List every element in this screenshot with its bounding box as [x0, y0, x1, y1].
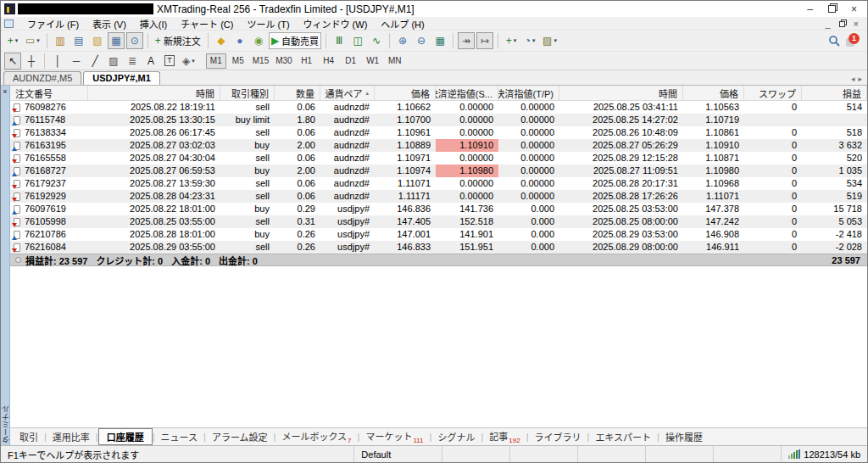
- signals-button[interactable]: ◉: [250, 32, 267, 49]
- timeframe-m30[interactable]: M30: [273, 53, 294, 69]
- terminal-tab-5[interactable]: アラーム設定: [206, 429, 274, 444]
- column-header-close-time[interactable]: 時間: [559, 86, 683, 100]
- metaeditor-button[interactable]: ◆: [213, 32, 230, 49]
- candlestick-button[interactable]: ◫: [349, 32, 366, 49]
- terminal-tab-6[interactable]: メールボックス7: [275, 428, 357, 445]
- terminal-tab-3[interactable]: 口座履歴: [98, 428, 153, 445]
- timeframe-m15[interactable]: M15: [250, 53, 271, 69]
- column-header-open-price[interactable]: 価格: [375, 86, 436, 100]
- child-window-icon[interactable]: [4, 20, 14, 28]
- chart-tab[interactable]: AUDNZD#,M5: [3, 71, 81, 85]
- navigator-button[interactable]: ▤: [70, 32, 87, 49]
- terminal-tab-10[interactable]: ライブラリ: [529, 429, 587, 444]
- terminal-tab-12[interactable]: 操作履歴: [659, 429, 709, 444]
- terminal-tab-2[interactable]: 運用比率: [47, 429, 96, 444]
- table-row[interactable]: 762160842025.08.29 03:55:00sell0.26usdjp…: [10, 241, 867, 254]
- terminal-button[interactable]: ▦: [108, 32, 125, 49]
- data-window-button[interactable]: ▧: [89, 32, 106, 49]
- table-row[interactable]: 761059982025.08.25 03:55:00sell0.31usdjp…: [10, 215, 867, 228]
- table-row[interactable]: 761929292025.08.28 04:23:31sell0.06audnz…: [10, 190, 867, 203]
- table-row[interactable]: 761383342025.08.26 06:17:45sell0.06audnz…: [10, 126, 867, 139]
- bar-chart-button[interactable]: Ⅲ: [331, 32, 348, 49]
- table-row[interactable]: 761792372025.08.27 13:59:30sell0.06audnz…: [10, 177, 867, 190]
- arrows-button[interactable]: ◈▾: [180, 53, 198, 70]
- timeframe-h1[interactable]: H1: [297, 53, 317, 69]
- restore-button[interactable]: [828, 3, 836, 15]
- fibonacci-button[interactable]: ≣: [124, 53, 141, 70]
- terminal-tab-1[interactable]: 取引: [14, 429, 44, 444]
- child-close-button[interactable]: ×: [854, 19, 859, 29]
- column-header-swap[interactable]: スワップ: [744, 86, 802, 100]
- child-restore-button[interactable]: [839, 19, 845, 29]
- terminal-tab-7[interactable]: マーケット111: [359, 428, 429, 445]
- new-order-button[interactable]: +新規注文: [153, 32, 203, 49]
- column-header-sl[interactable]: 決済逆指値(S...: [436, 86, 498, 100]
- line-chart-button[interactable]: ∿: [368, 32, 385, 49]
- column-header-order[interactable]: 注文番号: [10, 86, 88, 100]
- menu-item[interactable]: 表示 (V): [86, 17, 133, 31]
- cursor-button[interactable]: ↖: [4, 53, 21, 70]
- menu-item[interactable]: ツール (T): [240, 17, 296, 31]
- timeframe-w1[interactable]: W1: [363, 53, 383, 69]
- templates-button[interactable]: ▨▾: [540, 32, 559, 49]
- minimize-button[interactable]: –: [807, 3, 813, 15]
- periods-button[interactable]: ◔▾: [521, 32, 538, 49]
- notifications-button[interactable]: 1: [846, 35, 860, 47]
- tile-windows-button[interactable]: ▦: [431, 32, 448, 49]
- menu-item[interactable]: 挿入(I): [133, 17, 174, 31]
- trendline-button[interactable]: ╱: [86, 53, 103, 70]
- terminal-close-icon[interactable]: ×: [3, 87, 7, 96]
- menu-item[interactable]: ヘルプ (H): [374, 17, 431, 31]
- auto-trading-button[interactable]: ▶自動売買: [269, 32, 321, 49]
- table-row[interactable]: 761157482025.08.25 13:30:15buy limit1.80…: [10, 114, 867, 126]
- menu-item[interactable]: ファイル (F): [20, 17, 86, 31]
- menu-item[interactable]: チャート (C): [174, 17, 240, 31]
- table-row[interactable]: 762107862025.08.28 18:01:00buy0.26usdjpy…: [10, 228, 867, 241]
- column-header-open-time[interactable]: 時間: [88, 86, 220, 100]
- table-row[interactable]: 761631952025.08.27 03:02:03buy2.00audnzd…: [10, 139, 867, 152]
- terminal-tab-9[interactable]: 記事192: [483, 428, 526, 445]
- table-row[interactable]: 760976192025.08.22 18:01:00buy0.29usdjpy…: [10, 203, 867, 215]
- chart-tab[interactable]: USDJPY#,M1: [83, 71, 159, 85]
- zoom-in-button[interactable]: ⊕: [394, 32, 411, 49]
- table-row[interactable]: 760982762025.08.22 18:19:11sell0.06audnz…: [10, 101, 867, 114]
- column-header-close-price[interactable]: 価格: [683, 86, 744, 100]
- strategy-tester-button[interactable]: ⊙: [126, 32, 143, 49]
- timeframe-d1[interactable]: D1: [341, 53, 361, 69]
- column-header-tp[interactable]: 決済指値(T/P): [498, 86, 559, 100]
- text-label-button[interactable]: T: [161, 53, 178, 70]
- timeframe-m5[interactable]: M5: [228, 53, 248, 69]
- tab-scroll-left-icon[interactable]: ◂: [851, 75, 855, 83]
- menu-item[interactable]: ウィンドウ (W): [297, 17, 375, 31]
- status-profile[interactable]: Default: [354, 446, 442, 462]
- horizontal-line-button[interactable]: ─: [68, 53, 85, 70]
- terminal-tab-8[interactable]: シグナル: [431, 429, 481, 444]
- new-chart-button[interactable]: +▾: [4, 32, 21, 49]
- column-header-profit[interactable]: 損益: [802, 86, 867, 100]
- tab-scroll-right-icon[interactable]: ▸: [858, 75, 862, 83]
- column-header-type[interactable]: 取引種別: [220, 86, 275, 100]
- profiles-button[interactable]: ▭▾: [23, 32, 42, 49]
- zoom-out-button[interactable]: ⊖: [413, 32, 430, 49]
- close-button[interactable]: ×: [851, 3, 857, 15]
- timeframe-h4[interactable]: H4: [319, 53, 339, 69]
- vertical-line-button[interactable]: │: [49, 53, 66, 70]
- search-icon[interactable]: [828, 35, 841, 47]
- column-header-symbol[interactable]: 通貨ペア▴: [320, 86, 375, 100]
- equidistant-channel-button[interactable]: ▨: [105, 53, 122, 70]
- auto-scroll-button[interactable]: ↠: [458, 32, 475, 49]
- market-watch-button[interactable]: ▥: [52, 32, 69, 49]
- text-button[interactable]: A: [142, 53, 159, 70]
- table-row[interactable]: 761687272025.08.27 06:59:53buy2.00audnzd…: [10, 165, 867, 177]
- terminal-tab-4[interactable]: ニュース: [155, 429, 203, 444]
- community-button[interactable]: ●: [231, 32, 248, 49]
- terminal-tab-11[interactable]: エキスパート: [589, 429, 657, 444]
- indicators-button[interactable]: +▾: [503, 32, 520, 49]
- timeframe-m1[interactable]: M1: [206, 53, 226, 69]
- table-row[interactable]: 761655582025.08.27 04:30:04sell0.06audnz…: [10, 152, 867, 165]
- crosshair-button[interactable]: ┼: [23, 53, 40, 70]
- chart-shift-button[interactable]: ↦: [476, 32, 493, 49]
- column-header-volume[interactable]: 数量: [275, 86, 320, 100]
- child-minimize-button[interactable]: _: [825, 19, 830, 29]
- timeframe-mn[interactable]: MN: [385, 53, 405, 69]
